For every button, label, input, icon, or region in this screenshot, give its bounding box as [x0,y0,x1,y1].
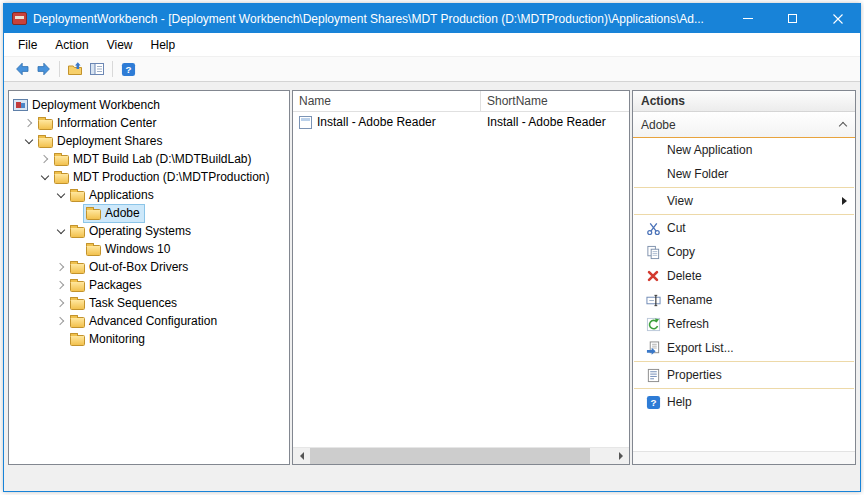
chevron-up-icon[interactable] [839,122,847,130]
tree-item-mdt-production[interactable]: MDT Production (D:\MDTProduction) [9,168,289,186]
action-divider [634,214,854,215]
tree-item-out-of-box-drivers[interactable]: Out-of-Box Drivers [9,258,289,276]
application-icon [299,116,312,129]
horizontal-scrollbar[interactable] [293,447,629,464]
expand-expanded-icon[interactable] [22,132,36,150]
expand-collapsed-icon[interactable] [54,312,68,330]
cut-icon [645,220,661,236]
expand-collapsed-icon[interactable] [54,294,68,312]
folder-icon [86,209,101,220]
tree-item-label: Operating Systems [89,224,191,238]
menu-file[interactable]: File [9,35,46,55]
folder-icon [70,317,85,328]
expand-collapsed-icon[interactable] [54,276,68,294]
tree-item-windows-10[interactable]: Windows 10 [9,240,289,258]
maximize-icon [788,14,797,23]
expand-collapsed-icon[interactable] [38,150,52,168]
action-cut[interactable]: Cut [633,216,855,240]
show-console-tree-button[interactable] [86,59,108,80]
selected-tree-item[interactable]: Adobe [84,205,144,222]
tree-item-packages[interactable]: Packages [9,276,289,294]
action-copy[interactable]: Copy [633,240,855,264]
tree-item-label: Deployment Shares [57,134,162,148]
scroll-right-icon [619,452,623,460]
up-one-level-icon [67,61,83,77]
actions-section-adobe[interactable]: Adobe [633,112,855,138]
tree-item-applications[interactable]: Applications [9,186,289,204]
tree-item-label: Deployment Workbench [32,98,160,112]
toolbar-separator [59,61,60,77]
folder-icon [70,191,85,202]
actions-section-label: Adobe [641,118,840,132]
window-controls [725,4,860,33]
tree-item-label: Out-of-Box Drivers [89,260,188,274]
close-icon [833,14,843,24]
forward-icon [36,61,52,77]
results-list-pane: Name ShortName Install - Adobe Reader In… [292,90,630,465]
maximize-button[interactable] [770,4,815,33]
tree-item-adobe[interactable]: Adobe [9,204,289,222]
expand-expanded-icon[interactable] [38,168,52,186]
delete-icon [645,268,661,284]
tree-item-label: Windows 10 [105,242,170,256]
back-button[interactable] [11,59,33,80]
window-title: DeploymentWorkbench - [Deployment Workbe… [33,12,725,26]
help-button[interactable]: ? [117,59,139,80]
svg-text:?: ? [125,64,131,75]
menu-help[interactable]: Help [142,35,185,55]
action-rename[interactable]: Rename [633,288,855,312]
tree-item-information-center[interactable]: Information Center [9,114,289,132]
minimize-icon [743,18,753,19]
tree-item-deployment-workbench[interactable]: Deployment Workbench [9,96,289,114]
scrollbar-thumb[interactable] [310,448,590,464]
action-help[interactable]: ? Help [633,390,855,414]
properties-icon [645,367,661,383]
column-header-shortname[interactable]: ShortName [481,91,629,111]
scroll-right-button[interactable] [612,448,629,464]
app-icon [12,12,27,25]
workbench-root-icon [13,99,28,111]
scroll-left-button[interactable] [293,448,310,464]
expand-expanded-icon[interactable] [54,222,68,240]
expander-spacer [70,240,84,258]
tree-item-label: MDT Production (D:\MDTProduction) [73,170,270,184]
action-new-folder[interactable]: New Folder [633,162,855,186]
close-button[interactable] [815,4,860,33]
action-view[interactable]: View [633,189,855,213]
up-one-level-button[interactable] [64,59,86,80]
refresh-icon [645,316,661,332]
menu-view[interactable]: View [98,35,142,55]
action-properties[interactable]: Properties [633,363,855,387]
action-refresh[interactable]: Refresh [633,312,855,336]
action-divider [634,187,854,188]
action-delete[interactable]: Delete [633,264,855,288]
list-cell-name: Install - Adobe Reader [317,115,436,129]
console-tree-pane: Deployment Workbench Information Center … [8,90,290,465]
folder-icon [86,245,101,256]
tree-item-task-sequences[interactable]: Task Sequences [9,294,289,312]
expand-expanded-icon[interactable] [54,186,68,204]
expand-collapsed-icon[interactable] [54,258,68,276]
show-console-tree-icon [89,61,105,77]
action-new-application[interactable]: New Application [633,138,855,162]
list-row-install-adobe-reader[interactable]: Install - Adobe Reader Install - Adobe R… [293,112,629,132]
forward-button[interactable] [33,59,55,80]
expand-collapsed-icon[interactable] [22,114,36,132]
title-bar: DeploymentWorkbench - [Deployment Workbe… [4,4,860,33]
export-list-icon [645,340,661,356]
column-header-name[interactable]: Name [293,91,481,111]
tree-item-deployment-shares[interactable]: Deployment Shares [9,132,289,150]
folder-icon [70,263,85,274]
action-divider [634,361,854,362]
menu-action[interactable]: Action [46,35,97,55]
list-cell-shortname: Install - Adobe Reader [481,112,629,132]
minimize-button[interactable] [725,4,770,33]
tree-item-operating-systems[interactable]: Operating Systems [9,222,289,240]
actions-pane-footer [633,451,855,464]
tree-item-advanced-configuration[interactable]: Advanced Configuration [9,312,289,330]
tree-item-mdt-build-lab[interactable]: MDT Build Lab (D:\MDTBuildLab) [9,150,289,168]
folder-icon [38,137,53,148]
actions-pane: Actions Adobe New Application New Folder… [632,90,856,465]
action-export-list[interactable]: Export List... [633,336,855,360]
tree-item-monitoring[interactable]: Monitoring [9,330,289,348]
